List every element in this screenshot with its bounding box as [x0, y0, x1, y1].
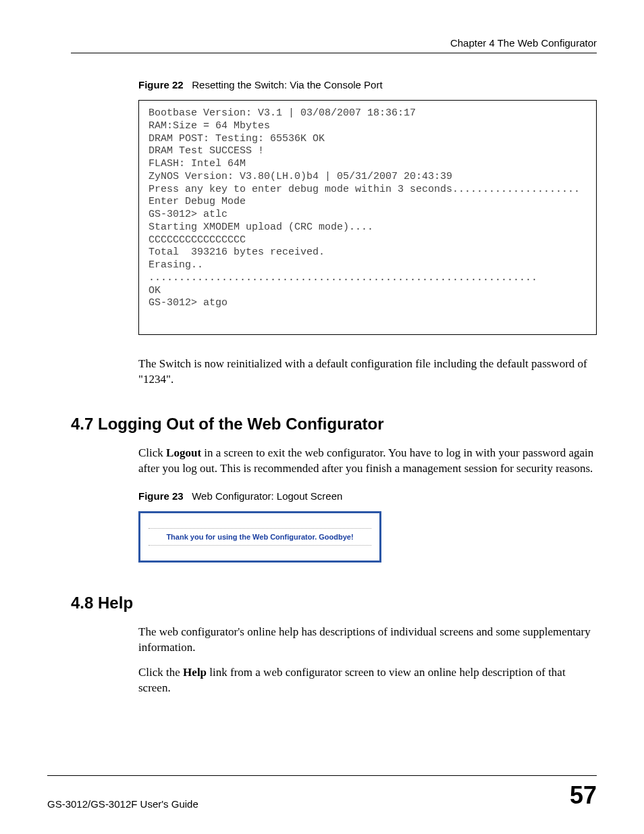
- para-reinitialized: The Switch is now reinitialized with a d…: [138, 357, 597, 388]
- section-4-8-para1: The web configurator's online help has d…: [138, 625, 597, 656]
- s47-post: in a screen to exit the web configurator…: [138, 446, 593, 475]
- footer-guide-title: GS-3012/GS-3012F User's Guide: [47, 798, 198, 810]
- figure-23-label: Figure 23: [138, 490, 184, 502]
- logout-message: Thank you for using the Web Configurator…: [149, 528, 371, 546]
- s47-pre: Click: [138, 446, 166, 459]
- page: Chapter 4 The Web Configurator Figure 22…: [0, 0, 644, 834]
- header-rule: [71, 53, 597, 53]
- section-4-8-heading: 4.8 Help: [71, 594, 597, 613]
- page-number: 57: [570, 781, 597, 810]
- logout-inner: Thank you for using the Web Configurator…: [140, 513, 379, 561]
- figure-23-caption-text: Web Configurator: Logout Screen: [192, 490, 342, 502]
- footer-rule: [47, 775, 597, 776]
- footer-row: GS-3012/GS-3012F User's Guide 57: [47, 781, 597, 810]
- chapter-header: Chapter 4 The Web Configurator: [71, 37, 597, 49]
- s48-pre: Click the: [138, 666, 183, 679]
- section-4-7-heading: 4.7 Logging Out of the Web Configurator: [71, 415, 597, 434]
- logout-screenshot: Thank you for using the Web Configurator…: [138, 511, 381, 563]
- figure-22-caption: Figure 22 Resetting the Switch: Via the …: [138, 79, 597, 90]
- section-4-8-para2: Click the Help link from a web configura…: [138, 665, 597, 696]
- page-footer: GS-3012/GS-3012F User's Guide 57: [47, 775, 597, 810]
- section-4-7-para: Click Logout in a screen to exit the web…: [138, 446, 597, 477]
- figure-23-caption: Figure 23 Web Configurator: Logout Scree…: [138, 490, 597, 502]
- s48-bold: Help: [183, 666, 207, 679]
- console-output-box: Bootbase Version: V3.1 | 03/08/2007 18:3…: [138, 100, 597, 335]
- figure-22-caption-text: Resetting the Switch: Via the Console Po…: [192, 79, 382, 90]
- figure-22-label: Figure 22: [138, 79, 184, 90]
- s47-bold: Logout: [166, 446, 201, 459]
